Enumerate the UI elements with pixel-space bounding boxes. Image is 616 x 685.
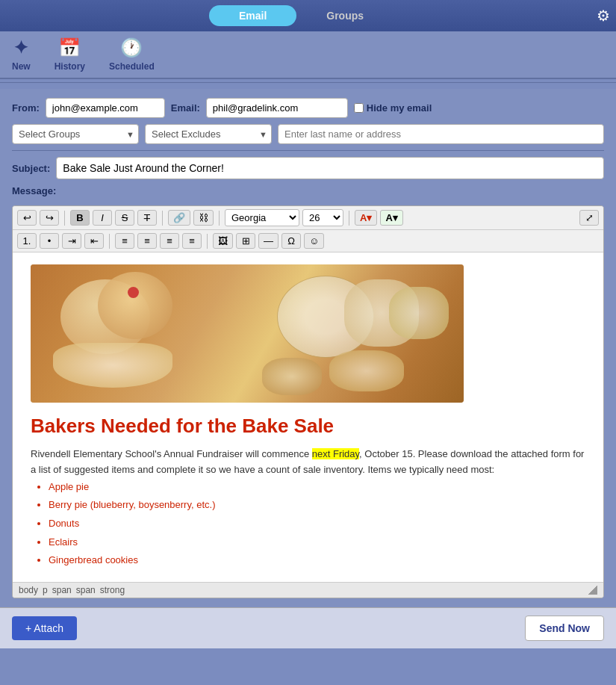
from-row: From: Email: Hide my email: [12, 98, 604, 118]
bg-color-button[interactable]: A▾: [380, 210, 402, 226]
clock-icon: 🕐: [120, 37, 143, 58]
list-item: Eclairs: [49, 533, 585, 552]
toolbar-separator-3: [219, 211, 220, 226]
toolbar-separator-6: [207, 234, 208, 249]
excludes-select[interactable]: Select Excludes: [145, 124, 272, 144]
toolbar-row2: 1. • ⇥ ⇤ ≡ ≡ ≡ ≡ 🖼 ⊞ — Ω ☺: [13, 230, 603, 252]
email-input[interactable]: [206, 98, 348, 118]
bake-items-list: Apple pie Berry pie (blueberry, boysenbe…: [49, 478, 585, 570]
status-tag-strong: strong: [100, 585, 125, 595]
excludes-select-wrap: Select Excludes ▼: [145, 124, 272, 144]
indent-in-button[interactable]: ⇥: [62, 233, 81, 249]
highlighted-text: next Friday: [312, 448, 359, 459]
bake-sale-image: [31, 264, 464, 403]
subject-input[interactable]: [56, 157, 604, 179]
link-button[interactable]: 🔗: [168, 210, 190, 226]
expand-button[interactable]: ⤢: [579, 210, 599, 226]
emoji-button[interactable]: ☺: [304, 233, 324, 249]
list-item: Donuts: [49, 515, 585, 533]
bake-body: Rivendell Elementary School's Annual Fun…: [31, 447, 585, 478]
insert-table-button[interactable]: ⊞: [236, 233, 255, 249]
bold-button[interactable]: B: [70, 210, 90, 226]
body-text-before: Rivendell Elementary School's Annual Fun…: [31, 448, 312, 459]
groups-select-wrap: Select Groups ▼: [12, 124, 139, 144]
new-icon: ✦: [13, 37, 28, 58]
top-navigation-bar: Email Groups ⚙: [0, 0, 616, 31]
font-select[interactable]: Georgia Arial Times New Roman Verdana: [225, 209, 299, 226]
scheduled-button[interactable]: 🕐 Scheduled: [109, 37, 155, 72]
tab-email[interactable]: Email: [209, 5, 296, 26]
scheduled-label: Scheduled: [109, 61, 155, 72]
unlink-button[interactable]: ⛓: [193, 210, 214, 226]
tab-groups[interactable]: Groups: [296, 5, 393, 26]
from-label: From:: [12, 102, 40, 114]
groups-row: Select Groups ▼ Select Excludes ▼: [12, 124, 604, 144]
indent-out-button[interactable]: ⇤: [84, 233, 104, 249]
font-size-select[interactable]: 10121416 182024262836: [302, 209, 343, 226]
top-tabs: Email Groups: [6, 5, 597, 26]
toolbar-row1: ↩ ↪ B I S T̶ 🔗 ⛓ Georgia Arial Times New…: [13, 206, 603, 230]
gear-button[interactable]: ⚙: [597, 7, 610, 25]
gear-icon: ⚙: [597, 7, 610, 24]
address-input[interactable]: [278, 124, 604, 144]
italic-button[interactable]: I: [93, 210, 112, 226]
insert-image-button[interactable]: 🖼: [213, 233, 233, 249]
email-label: Email:: [171, 102, 200, 114]
align-right-button[interactable]: ≡: [160, 233, 179, 249]
editor-content-area[interactable]: Bakers Needed for the Bake Sale Rivendel…: [13, 252, 603, 582]
history-button[interactable]: 📅 History: [55, 37, 85, 72]
groups-select[interactable]: Select Groups: [12, 124, 139, 144]
subject-label: Subject:: [12, 163, 50, 174]
toolbar-separator-5: [109, 234, 110, 249]
strikethrough-button[interactable]: S: [115, 210, 134, 226]
ordered-list-button[interactable]: 1.: [17, 233, 37, 249]
bottom-action-bar: + Attach Send Now: [0, 607, 616, 648]
subject-row: Subject:: [12, 157, 604, 179]
list-item: Gingerbread cookies: [49, 551, 585, 570]
list-item: Apple pie: [49, 478, 585, 497]
align-left-button[interactable]: ≡: [115, 233, 134, 249]
hide-email-label[interactable]: Hide my email: [354, 102, 432, 114]
message-editor: ↩ ↪ B I S T̶ 🔗 ⛓ Georgia Arial Times New…: [12, 205, 604, 598]
status-tag-span2: span: [76, 585, 96, 595]
new-label: New: [12, 61, 31, 72]
status-tag-p: p: [43, 585, 48, 595]
toolbar-separator-4: [349, 211, 349, 226]
action-bar: ✦ New 📅 History 🕐 Scheduled: [0, 31, 616, 79]
history-label: History: [55, 61, 85, 72]
code-button[interactable]: T̶: [137, 210, 157, 226]
hide-email-checkbox[interactable]: [354, 103, 364, 113]
undo-button[interactable]: ↩: [17, 210, 37, 226]
unordered-list-button[interactable]: •: [40, 233, 59, 249]
list-item: Berry pie (blueberry, boysenberry, etc.): [49, 496, 585, 515]
editor-status-bar: body p span span strong: [13, 582, 603, 598]
message-label: Message:: [12, 185, 604, 196]
align-center-button[interactable]: ≡: [137, 233, 157, 249]
send-button[interactable]: Send Now: [525, 616, 604, 641]
calendar-icon: 📅: [58, 37, 81, 58]
horizontal-rule-button[interactable]: —: [258, 233, 279, 249]
new-button[interactable]: ✦ New: [12, 37, 31, 72]
status-tag-body: body: [19, 585, 38, 595]
resize-handle[interactable]: [588, 586, 597, 595]
from-input[interactable]: [46, 98, 165, 118]
toolbar-separator-1: [64, 211, 65, 226]
bake-title: Bakers Needed for the Bake Sale: [31, 415, 585, 438]
special-chars-button[interactable]: Ω: [281, 233, 301, 249]
font-color-button[interactable]: A▾: [355, 210, 377, 226]
toolbar-separator-2: [162, 211, 163, 226]
redo-button[interactable]: ↪: [40, 210, 59, 226]
email-form: From: Email: Hide my email Select Groups…: [0, 89, 616, 607]
status-tag-span1: span: [52, 585, 72, 595]
align-justify-button[interactable]: ≡: [182, 233, 202, 249]
attach-button[interactable]: + Attach: [12, 616, 77, 640]
